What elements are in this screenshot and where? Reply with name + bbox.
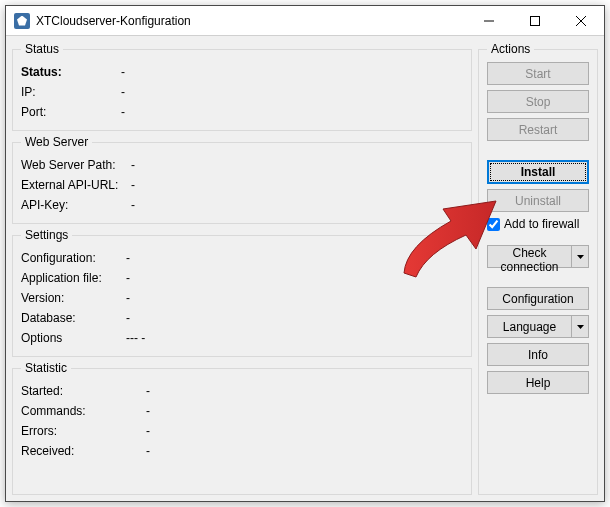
language-button[interactable]: Language — [487, 315, 589, 338]
database-row: Database: - — [21, 308, 463, 328]
configuration-button[interactable]: Configuration — [487, 287, 589, 310]
chevron-down-icon — [577, 255, 584, 259]
uninstall-button[interactable]: Uninstall — [487, 189, 589, 212]
options-label: Options — [21, 331, 126, 345]
close-button[interactable] — [558, 6, 604, 36]
settings-group: Settings Configuration: - Application fi… — [12, 228, 472, 357]
check-connection-dropdown[interactable] — [572, 245, 589, 268]
external-api-row: External API-URL: - — [21, 175, 463, 195]
maximize-button[interactable] — [512, 6, 558, 36]
options-row: Options --- - — [21, 328, 463, 348]
help-button[interactable]: Help — [487, 371, 589, 394]
svg-marker-5 — [577, 325, 584, 329]
svg-rect-1 — [531, 16, 540, 25]
webserver-legend: Web Server — [21, 135, 92, 149]
database-value: - — [126, 311, 463, 325]
webserver-path-row: Web Server Path: - — [21, 155, 463, 175]
install-button[interactable]: Install — [487, 160, 589, 184]
errors-row: Errors: - — [21, 421, 463, 441]
check-connection-main[interactable]: Check connection — [487, 245, 572, 268]
titlebar: XTCloudserver-Konfiguration — [6, 6, 604, 36]
external-api-value: - — [131, 178, 463, 192]
ip-value: - — [121, 85, 463, 99]
actions-group: Actions Start Stop Restart Install Unins… — [478, 42, 598, 495]
port-value: - — [121, 105, 463, 119]
version-row: Version: - — [21, 288, 463, 308]
webserver-group: Web Server Web Server Path: - External A… — [12, 135, 472, 224]
appfile-label: Application file: — [21, 271, 126, 285]
chevron-down-icon — [577, 325, 584, 329]
commands-value: - — [146, 404, 463, 418]
appfile-row: Application file: - — [21, 268, 463, 288]
started-row: Started: - — [21, 381, 463, 401]
stop-button[interactable]: Stop — [487, 90, 589, 113]
config-label: Configuration: — [21, 251, 126, 265]
firewall-checkbox-row[interactable]: Add to firewall — [487, 217, 589, 231]
started-label: Started: — [21, 384, 146, 398]
status-row: Status: - — [21, 62, 463, 82]
language-dropdown[interactable] — [572, 315, 589, 338]
port-label: Port: — [21, 105, 121, 119]
received-label: Received: — [21, 444, 146, 458]
info-button[interactable]: Info — [487, 343, 589, 366]
commands-label: Commands: — [21, 404, 146, 418]
commands-row: Commands: - — [21, 401, 463, 421]
app-icon — [14, 13, 30, 29]
app-window: XTCloudserver-Konfiguration Status Statu… — [5, 5, 605, 502]
language-main[interactable]: Language — [487, 315, 572, 338]
status-label: Status: — [21, 65, 121, 79]
statistic-group: Statistic Started: - Commands: - Errors:… — [12, 361, 472, 495]
apikey-label: API-Key: — [21, 198, 131, 212]
database-label: Database: — [21, 311, 126, 325]
start-button[interactable]: Start — [487, 62, 589, 85]
window-title: XTCloudserver-Konfiguration — [36, 14, 191, 28]
errors-label: Errors: — [21, 424, 146, 438]
apikey-row: API-Key: - — [21, 195, 463, 215]
svg-marker-4 — [577, 255, 584, 259]
errors-value: - — [146, 424, 463, 438]
config-value: - — [126, 251, 463, 265]
webserver-path-label: Web Server Path: — [21, 158, 131, 172]
config-row: Configuration: - — [21, 248, 463, 268]
ip-label: IP: — [21, 85, 121, 99]
status-legend: Status — [21, 42, 63, 56]
webserver-path-value: - — [131, 158, 463, 172]
minimize-button[interactable] — [466, 6, 512, 36]
received-row: Received: - — [21, 441, 463, 461]
status-value: - — [121, 65, 463, 79]
ip-row: IP: - — [21, 82, 463, 102]
options-value: --- - — [126, 331, 463, 345]
firewall-checkbox[interactable] — [487, 218, 500, 231]
external-api-label: External API-URL: — [21, 178, 131, 192]
apikey-value: - — [131, 198, 463, 212]
restart-button[interactable]: Restart — [487, 118, 589, 141]
settings-legend: Settings — [21, 228, 72, 242]
appfile-value: - — [126, 271, 463, 285]
started-value: - — [146, 384, 463, 398]
version-label: Version: — [21, 291, 126, 305]
actions-legend: Actions — [487, 42, 534, 56]
port-row: Port: - — [21, 102, 463, 122]
status-group: Status Status: - IP: - Port: - — [12, 42, 472, 131]
check-connection-button[interactable]: Check connection — [487, 245, 589, 268]
statistic-legend: Statistic — [21, 361, 71, 375]
firewall-label: Add to firewall — [504, 217, 579, 231]
received-value: - — [146, 444, 463, 458]
version-value: - — [126, 291, 463, 305]
